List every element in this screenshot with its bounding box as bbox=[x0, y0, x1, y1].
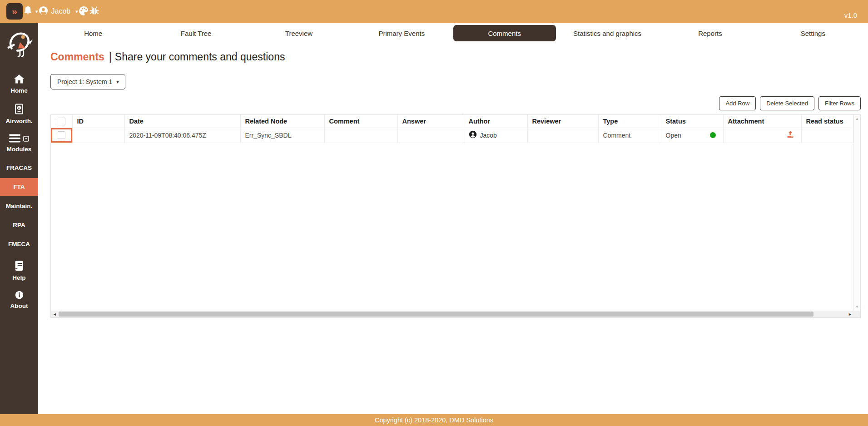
comments-table: ID Date Related Node Comment Answer Auth… bbox=[51, 115, 853, 143]
app-version-label: v1.0 bbox=[844, 11, 862, 19]
table-vertical-scrollbar[interactable]: ▲ ▼ bbox=[853, 115, 860, 311]
sidebar-item-label: RPA bbox=[0, 222, 38, 228]
user-menu-button[interactable]: Jacob ▾ bbox=[38, 5, 78, 18]
sidebar-item-label: About bbox=[0, 302, 38, 309]
cell-author[interactable]: Jacob bbox=[464, 128, 527, 143]
column-header-read-status[interactable]: Read status bbox=[801, 115, 853, 128]
passport-globe-icon bbox=[14, 108, 24, 116]
column-header-status[interactable]: Status bbox=[661, 115, 723, 128]
sidebar-item-label: Modules bbox=[0, 146, 38, 153]
sidebar-item-fracas[interactable]: FRACAS bbox=[0, 159, 38, 177]
column-header-author[interactable]: Author bbox=[464, 115, 527, 128]
bug-icon bbox=[89, 5, 99, 17]
column-header-id[interactable]: ID bbox=[72, 115, 124, 128]
author-avatar-icon bbox=[469, 130, 477, 140]
upload-attachment-icon[interactable] bbox=[786, 130, 794, 140]
tab-primary-events[interactable]: Primary Events bbox=[350, 23, 453, 44]
bell-icon bbox=[23, 5, 33, 17]
table-horizontal-scrollbar[interactable]: ◄ ► bbox=[51, 311, 860, 317]
theme-palette-button[interactable] bbox=[78, 5, 89, 18]
page-title: Comments | Share your comments and quest… bbox=[50, 51, 868, 63]
tab-reports[interactable]: Reports bbox=[659, 23, 761, 44]
cell-reviewer[interactable] bbox=[527, 128, 598, 143]
sidebar-item-rpa[interactable]: RPA bbox=[0, 216, 38, 234]
sidebar-item-airworthiness[interactable]: Airworth. bbox=[0, 100, 38, 128]
sidebar-item-fmeca[interactable]: FMECA bbox=[0, 235, 38, 253]
notifications-button[interactable]: ▾ bbox=[23, 5, 38, 17]
project-selector-value: Project 1: System 1 bbox=[57, 78, 112, 85]
status-open-dot bbox=[710, 132, 716, 138]
scroll-left-arrow-icon[interactable]: ◄ bbox=[51, 312, 59, 317]
row-checkbox[interactable] bbox=[58, 131, 65, 139]
user-name-label: Jacob bbox=[51, 7, 71, 15]
user-avatar-icon bbox=[38, 5, 49, 18]
sidebar-item-fta[interactable]: FTA bbox=[0, 178, 38, 196]
hamburger-menu-icon bbox=[9, 134, 21, 144]
column-header-reviewer[interactable]: Reviewer bbox=[527, 115, 598, 128]
cell-attachment[interactable] bbox=[723, 128, 801, 143]
scroll-up-arrow-icon[interactable]: ▲ bbox=[855, 115, 859, 123]
footer: Copyright (c) 2018-2020, DMD Solutions bbox=[0, 414, 868, 426]
sidebar-item-home[interactable]: Home bbox=[0, 71, 38, 97]
sidebar-item-label: Help bbox=[0, 274, 38, 281]
book-icon bbox=[14, 265, 24, 272]
main-wrap: Home Airworth. Modules bbox=[0, 23, 868, 414]
table-toolbar: Add Row Delete Selected Filter Rows bbox=[38, 96, 861, 110]
tab-settings[interactable]: Settings bbox=[762, 23, 864, 44]
main-content: Home Fault Tree Treeview Primary Events … bbox=[38, 23, 868, 414]
cell-type[interactable]: Comment bbox=[598, 128, 661, 143]
bug-report-button[interactable] bbox=[89, 5, 99, 17]
tab-treeview[interactable]: Treeview bbox=[248, 23, 350, 44]
module-dropdown-box-icon bbox=[23, 135, 29, 144]
tab-home[interactable]: Home bbox=[42, 23, 144, 44]
delete-selected-button[interactable]: Delete Selected bbox=[760, 96, 814, 110]
sidebar-item-label: Airworth. bbox=[0, 118, 38, 124]
status-label: Open bbox=[666, 132, 681, 139]
sidebar-collapse-button[interactable]: » bbox=[6, 3, 23, 20]
sidebar: Home Airworth. Modules bbox=[0, 23, 38, 414]
horizontal-scrollbar-thumb[interactable] bbox=[59, 312, 813, 317]
palette-icon bbox=[78, 5, 89, 18]
table-row: 2020-11-09T08:40:06.475Z Err_Sync_SBDL J… bbox=[51, 128, 853, 143]
row-select-cell-selected[interactable] bbox=[51, 128, 72, 143]
column-header-comment[interactable]: Comment bbox=[324, 115, 397, 128]
tab-statistics-and-graphics[interactable]: Statistics and graphics bbox=[556, 23, 659, 44]
cell-date[interactable]: 2020-11-09T08:40:06.475Z bbox=[124, 128, 240, 143]
module-tabbar: Home Fault Tree Treeview Primary Events … bbox=[38, 23, 868, 44]
copyright-label: Copyright (c) 2018-2020, DMD Solutions bbox=[375, 416, 493, 424]
table-header-row: ID Date Related Node Comment Answer Auth… bbox=[51, 115, 853, 128]
sidebar-item-label: Home bbox=[0, 87, 38, 94]
column-header-attachment[interactable]: Attachment bbox=[723, 115, 801, 128]
chevron-down-icon: ▾ bbox=[116, 79, 119, 84]
tab-comments[interactable]: Comments bbox=[453, 25, 556, 41]
author-name: Jacob bbox=[480, 132, 497, 139]
sidebar-item-modules[interactable]: Modules bbox=[0, 131, 38, 156]
filter-rows-button[interactable]: Filter Rows bbox=[818, 96, 861, 110]
cell-id[interactable] bbox=[72, 128, 124, 143]
scroll-right-arrow-icon[interactable]: ► bbox=[846, 312, 854, 317]
sidebar-item-help[interactable]: Help bbox=[0, 257, 38, 284]
app-logo-bird-icon bbox=[5, 28, 33, 59]
sidebar-item-about[interactable]: About bbox=[0, 287, 38, 312]
cell-related-node[interactable]: Err_Sync_SBDL bbox=[240, 128, 324, 143]
select-all-header-cell bbox=[51, 115, 72, 128]
column-header-answer[interactable]: Answer bbox=[397, 115, 464, 128]
add-row-button[interactable]: Add Row bbox=[719, 96, 756, 110]
cell-status[interactable]: Open bbox=[661, 128, 723, 143]
page-title-separator: | bbox=[109, 51, 112, 63]
sidebar-item-maintain[interactable]: Maintain. bbox=[0, 197, 38, 215]
cell-answer[interactable] bbox=[397, 128, 464, 143]
comments-table-container: ID Date Related Node Comment Answer Auth… bbox=[50, 114, 861, 318]
cell-read-status[interactable] bbox=[801, 128, 853, 143]
column-header-type[interactable]: Type bbox=[598, 115, 661, 128]
scroll-down-arrow-icon[interactable]: ▼ bbox=[855, 303, 859, 311]
home-icon bbox=[14, 78, 25, 85]
project-selector-dropdown[interactable]: Project 1: System 1 ▾ bbox=[50, 74, 125, 89]
cell-comment[interactable] bbox=[324, 128, 397, 143]
page-title-main: Comments bbox=[50, 51, 104, 63]
info-icon bbox=[15, 293, 24, 301]
column-header-related-node[interactable]: Related Node bbox=[240, 115, 324, 128]
column-header-date[interactable]: Date bbox=[124, 115, 240, 128]
select-all-checkbox[interactable] bbox=[58, 118, 65, 125]
tab-fault-tree[interactable]: Fault Tree bbox=[144, 23, 247, 44]
